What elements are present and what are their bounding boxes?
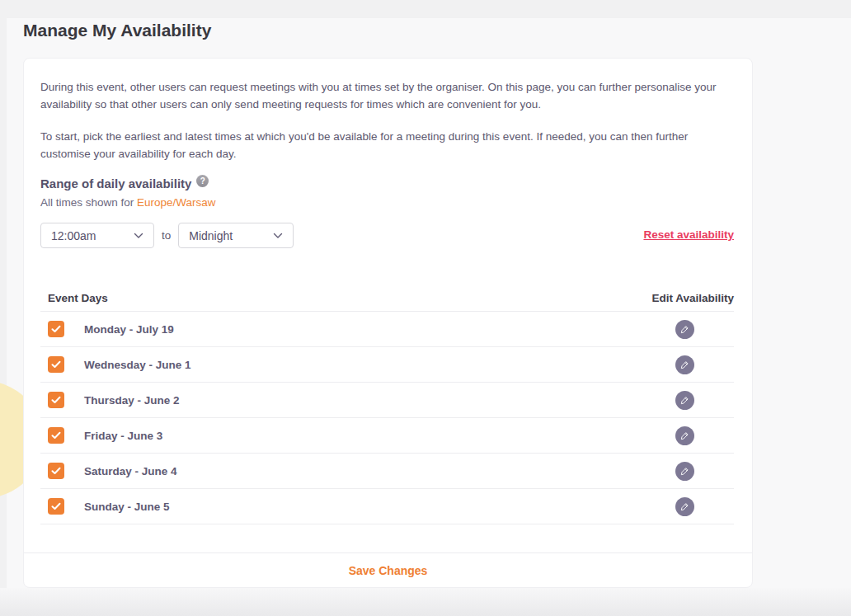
day-label: Saturday - June 4 bbox=[84, 465, 177, 477]
day-checkbox[interactable] bbox=[48, 427, 64, 444]
pencil-icon bbox=[679, 360, 690, 370]
edit-availability-button[interactable] bbox=[675, 355, 694, 374]
event-days-column-header: Event Days bbox=[48, 292, 108, 304]
time-range-controls: 12:00am to Midnight Reset availability bbox=[40, 223, 734, 248]
save-changes-button[interactable]: Save Changes bbox=[349, 564, 428, 577]
to-time-value: Midnight bbox=[189, 229, 233, 242]
day-checkbox[interactable] bbox=[48, 356, 64, 373]
from-time-select[interactable]: 12:00am bbox=[40, 223, 154, 248]
checkmark-icon bbox=[51, 431, 61, 440]
event-day-row: Monday - July 19 bbox=[40, 312, 734, 347]
timezone-prefix: All times shown for bbox=[40, 196, 134, 209]
intro-paragraph-1: During this event, other users can reque… bbox=[40, 78, 720, 113]
day-row-left: Monday - July 19 bbox=[40, 321, 174, 337]
range-heading-row: Range of daily availability ? bbox=[40, 176, 734, 191]
chevron-down-icon bbox=[134, 233, 143, 239]
event-day-row: Saturday - June 4 bbox=[40, 454, 734, 489]
page-background: Manage My Availability During this event… bbox=[7, 18, 851, 616]
event-day-row: Wednesday - June 1 bbox=[40, 347, 734, 383]
day-label: Friday - June 3 bbox=[84, 430, 162, 442]
timezone-line: All times shown for Europe/Warsaw bbox=[40, 196, 734, 209]
day-row-left: Thursday - June 2 bbox=[40, 392, 180, 408]
day-label: Wednesday - June 1 bbox=[84, 359, 191, 371]
event-day-row: Thursday - June 2 bbox=[40, 383, 734, 418]
pencil-icon bbox=[679, 501, 690, 512]
chevron-down-icon bbox=[273, 233, 283, 239]
bottom-fade bbox=[0, 588, 851, 616]
day-checkbox[interactable] bbox=[48, 321, 64, 337]
from-time-value: 12:00am bbox=[51, 229, 96, 242]
edit-availability-column-header: Edit Availability bbox=[651, 292, 734, 304]
pencil-icon bbox=[679, 324, 690, 335]
range-heading: Range of daily availability bbox=[40, 176, 191, 191]
day-row-right bbox=[675, 497, 734, 516]
day-row-right bbox=[675, 320, 734, 339]
day-row-left: Saturday - June 4 bbox=[40, 463, 177, 479]
edit-availability-button[interactable] bbox=[675, 497, 694, 516]
day-row-right bbox=[675, 355, 734, 374]
day-label: Sunday - June 5 bbox=[84, 501, 170, 513]
day-checkbox[interactable] bbox=[48, 498, 64, 515]
day-label: Monday - July 19 bbox=[84, 323, 174, 336]
checkmark-icon bbox=[51, 325, 61, 333]
checkmark-icon bbox=[51, 396, 61, 404]
table-header: Event Days Edit Availability bbox=[40, 292, 734, 312]
page-title: Manage My Availability bbox=[23, 21, 211, 40]
day-checkbox[interactable] bbox=[48, 463, 64, 479]
day-checkbox[interactable] bbox=[48, 392, 64, 408]
day-row-right bbox=[675, 426, 734, 445]
edit-availability-button[interactable] bbox=[675, 320, 694, 339]
event-days-list: Monday - July 19 Wednesday - June 1 Thur… bbox=[40, 312, 734, 524]
day-row-right bbox=[675, 462, 734, 481]
day-label: Thursday - June 2 bbox=[84, 394, 180, 407]
checkmark-icon bbox=[51, 360, 61, 369]
edit-availability-button[interactable] bbox=[675, 391, 694, 410]
question-mark-icon[interactable]: ? bbox=[196, 175, 209, 187]
reset-availability-link[interactable]: Reset availability bbox=[643, 228, 734, 241]
card-footer: Save Changes bbox=[24, 553, 752, 587]
pencil-icon bbox=[679, 395, 690, 406]
edit-availability-button[interactable] bbox=[675, 462, 694, 481]
intro-paragraph-2: To start, pick the earliest and latest t… bbox=[40, 128, 720, 162]
pencil-icon bbox=[679, 430, 690, 441]
day-row-left: Wednesday - June 1 bbox=[40, 356, 191, 373]
checkmark-icon bbox=[51, 467, 61, 475]
day-row-right bbox=[675, 391, 734, 410]
checkmark-icon bbox=[51, 502, 61, 510]
event-day-row: Sunday - June 5 bbox=[40, 489, 734, 524]
to-time-select[interactable]: Midnight bbox=[178, 223, 294, 248]
to-label: to bbox=[162, 229, 171, 242]
pencil-icon bbox=[679, 466, 690, 477]
day-row-left: Sunday - June 5 bbox=[40, 498, 170, 515]
timezone-link[interactable]: Europe/Warsaw bbox=[137, 196, 216, 209]
event-day-row: Friday - June 3 bbox=[40, 418, 734, 454]
availability-card: During this event, other users can reque… bbox=[23, 58, 753, 588]
edit-availability-button[interactable] bbox=[675, 426, 694, 445]
day-row-left: Friday - June 3 bbox=[40, 427, 162, 444]
